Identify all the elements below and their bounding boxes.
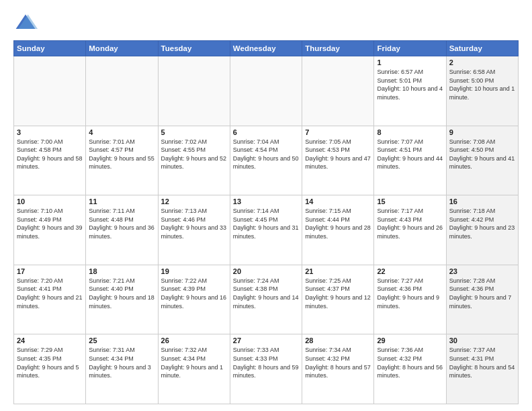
day-info: Sunrise: 7:18 AM Sunset: 4:42 PM Dayligh… [449,207,515,240]
day-info: Sunrise: 6:57 AM Sunset: 5:01 PM Dayligh… [377,68,443,101]
weekday-header-tuesday: Tuesday [158,41,230,56]
calendar-cell: 9Sunrise: 7:08 AM Sunset: 4:50 PM Daylig… [446,126,518,195]
day-number: 10 [17,197,83,205]
day-info: Sunrise: 7:11 AM Sunset: 4:48 PM Dayligh… [89,207,154,240]
day-number: 11 [89,197,154,205]
calendar-header-row: SundayMondayTuesdayWednesdayThursdayFrid… [14,41,519,56]
calendar-cell: 22Sunrise: 7:27 AM Sunset: 4:36 PM Dayli… [374,265,446,334]
calendar-cell: 11Sunrise: 7:11 AM Sunset: 4:48 PM Dayli… [86,195,158,265]
calendar-cell: 3Sunrise: 7:00 AM Sunset: 4:58 PM Daylig… [14,126,86,195]
day-number: 25 [89,336,154,345]
day-info: Sunrise: 7:13 AM Sunset: 4:46 PM Dayligh… [161,207,227,240]
day-number: 24 [17,336,83,345]
calendar-cell: 27Sunrise: 7:33 AM Sunset: 4:33 PM Dayli… [230,334,302,404]
calendar-cell: 12Sunrise: 7:13 AM Sunset: 4:46 PM Dayli… [158,195,230,265]
day-info: Sunrise: 7:00 AM Sunset: 4:58 PM Dayligh… [17,138,83,171]
calendar-cell: 4Sunrise: 7:01 AM Sunset: 4:57 PM Daylig… [86,126,158,195]
day-number: 30 [449,336,515,345]
day-number: 2 [449,58,515,66]
day-number: 7 [305,128,371,136]
day-info: Sunrise: 7:31 AM Sunset: 4:34 PM Dayligh… [89,346,154,379]
calendar-cell: 24Sunrise: 7:29 AM Sunset: 4:35 PM Dayli… [14,334,86,404]
weekday-header-thursday: Thursday [302,41,374,56]
calendar-cell: 2Sunrise: 6:58 AM Sunset: 5:00 PM Daylig… [446,56,518,126]
logo-icon [13,11,38,35]
day-number: 18 [89,267,154,275]
day-info: Sunrise: 7:36 AM Sunset: 4:32 PM Dayligh… [377,346,443,379]
calendar-cell: 18Sunrise: 7:21 AM Sunset: 4:40 PM Dayli… [86,265,158,334]
calendar-cell: 21Sunrise: 7:25 AM Sunset: 4:37 PM Dayli… [302,265,374,334]
calendar-week-5: 24Sunrise: 7:29 AM Sunset: 4:35 PM Dayli… [14,334,519,404]
calendar-cell: 25Sunrise: 7:31 AM Sunset: 4:34 PM Dayli… [86,334,158,404]
day-number: 28 [305,336,371,345]
day-number: 8 [377,128,443,136]
day-info: Sunrise: 7:05 AM Sunset: 4:53 PM Dayligh… [305,138,371,171]
calendar-week-1: 1Sunrise: 6:57 AM Sunset: 5:01 PM Daylig… [14,56,519,126]
calendar-cell: 8Sunrise: 7:07 AM Sunset: 4:51 PM Daylig… [374,126,446,195]
weekday-header-saturday: Saturday [446,41,518,56]
calendar-cell: 15Sunrise: 7:17 AM Sunset: 4:43 PM Dayli… [374,195,446,265]
weekday-header-wednesday: Wednesday [230,41,302,56]
calendar-cell: 23Sunrise: 7:28 AM Sunset: 4:36 PM Dayli… [446,265,518,334]
day-number: 9 [449,128,515,136]
day-number: 4 [89,128,154,136]
day-number: 21 [305,267,371,275]
day-info: Sunrise: 7:15 AM Sunset: 4:44 PM Dayligh… [305,207,371,240]
calendar-cell: 19Sunrise: 7:22 AM Sunset: 4:39 PM Dayli… [158,265,230,334]
calendar-cell: 17Sunrise: 7:20 AM Sunset: 4:41 PM Dayli… [14,265,86,334]
day-info: Sunrise: 7:37 AM Sunset: 4:31 PM Dayligh… [449,346,515,379]
calendar-cell: 16Sunrise: 7:18 AM Sunset: 4:42 PM Dayli… [446,195,518,265]
day-info: Sunrise: 7:08 AM Sunset: 4:50 PM Dayligh… [449,138,515,171]
calendar-cell [14,56,86,126]
day-info: Sunrise: 7:34 AM Sunset: 4:32 PM Dayligh… [305,346,371,379]
day-number: 23 [449,267,515,275]
day-info: Sunrise: 7:25 AM Sunset: 4:37 PM Dayligh… [305,277,371,310]
calendar-cell: 26Sunrise: 7:32 AM Sunset: 4:34 PM Dayli… [158,334,230,404]
weekday-header-friday: Friday [374,41,446,56]
day-info: Sunrise: 7:10 AM Sunset: 4:49 PM Dayligh… [17,207,83,240]
weekday-header-sunday: Sunday [14,41,86,56]
day-number: 22 [377,267,443,275]
calendar-cell: 14Sunrise: 7:15 AM Sunset: 4:44 PM Dayli… [302,195,374,265]
day-number: 13 [233,197,299,205]
calendar-cell [158,56,230,126]
calendar-cell: 6Sunrise: 7:04 AM Sunset: 4:54 PM Daylig… [230,126,302,195]
day-info: Sunrise: 6:58 AM Sunset: 5:00 PM Dayligh… [449,68,515,101]
page: SundayMondayTuesdayWednesdayThursdayFrid… [0,0,532,411]
day-number: 14 [305,197,371,205]
day-number: 16 [449,197,515,205]
weekday-header-monday: Monday [86,41,158,56]
day-number: 29 [377,336,443,345]
calendar-table: SundayMondayTuesdayWednesdayThursdayFrid… [13,40,519,404]
calendar-cell: 13Sunrise: 7:14 AM Sunset: 4:45 PM Dayli… [230,195,302,265]
day-info: Sunrise: 7:04 AM Sunset: 4:54 PM Dayligh… [233,138,299,171]
day-number: 15 [377,197,443,205]
calendar-cell: 7Sunrise: 7:05 AM Sunset: 4:53 PM Daylig… [302,126,374,195]
calendar-cell: 1Sunrise: 6:57 AM Sunset: 5:01 PM Daylig… [374,56,446,126]
calendar-cell: 20Sunrise: 7:24 AM Sunset: 4:38 PM Dayli… [230,265,302,334]
day-number: 5 [161,128,227,136]
calendar-cell: 10Sunrise: 7:10 AM Sunset: 4:49 PM Dayli… [14,195,86,265]
day-number: 17 [17,267,83,275]
calendar-cell [302,56,374,126]
day-info: Sunrise: 7:02 AM Sunset: 4:55 PM Dayligh… [161,138,227,171]
header [13,11,519,35]
calendar-cell [86,56,158,126]
day-info: Sunrise: 7:14 AM Sunset: 4:45 PM Dayligh… [233,207,299,240]
day-number: 27 [233,336,299,345]
calendar-cell: 29Sunrise: 7:36 AM Sunset: 4:32 PM Dayli… [374,334,446,404]
day-number: 20 [233,267,299,275]
day-info: Sunrise: 7:07 AM Sunset: 4:51 PM Dayligh… [377,138,443,171]
calendar-cell: 30Sunrise: 7:37 AM Sunset: 4:31 PM Dayli… [446,334,518,404]
day-number: 19 [161,267,227,275]
day-info: Sunrise: 7:24 AM Sunset: 4:38 PM Dayligh… [233,277,299,310]
calendar-week-3: 10Sunrise: 7:10 AM Sunset: 4:49 PM Dayli… [14,195,519,265]
day-info: Sunrise: 7:32 AM Sunset: 4:34 PM Dayligh… [161,346,227,379]
day-info: Sunrise: 7:27 AM Sunset: 4:36 PM Dayligh… [377,277,443,310]
calendar-cell: 28Sunrise: 7:34 AM Sunset: 4:32 PM Dayli… [302,334,374,404]
day-info: Sunrise: 7:21 AM Sunset: 4:40 PM Dayligh… [89,277,154,310]
day-info: Sunrise: 7:33 AM Sunset: 4:33 PM Dayligh… [233,346,299,379]
calendar-week-4: 17Sunrise: 7:20 AM Sunset: 4:41 PM Dayli… [14,265,519,334]
day-info: Sunrise: 7:22 AM Sunset: 4:39 PM Dayligh… [161,277,227,310]
calendar-cell: 5Sunrise: 7:02 AM Sunset: 4:55 PM Daylig… [158,126,230,195]
